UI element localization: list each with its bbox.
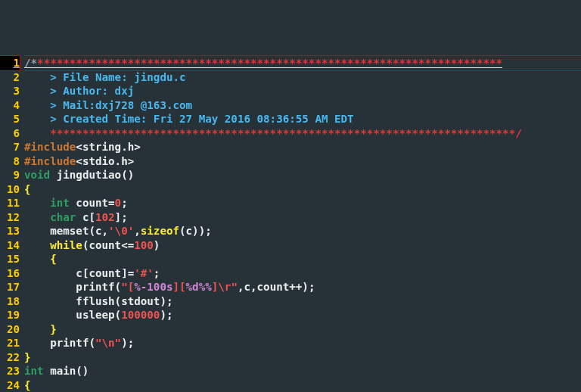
call-memset: memset(c, — [50, 225, 108, 237]
literal-102: 102 — [95, 211, 115, 223]
header-created-label: Created Time: — [63, 113, 154, 125]
line-number: 17 — [7, 281, 20, 293]
code-line[interactable]: printf("[%-100s][%d%%]\r",c,count++); — [24, 281, 315, 293]
keyword-char: char — [50, 211, 76, 223]
code-line[interactable]: memset(c,'\0',sizeof(c)); — [24, 225, 212, 237]
code-editor: 12 3 4 5 6 7 8 9 10 11 12 13 14 15 16 17… — [0, 56, 581, 392]
literal-100: 100 — [134, 239, 154, 251]
code-line[interactable]: while(count<=100) — [24, 239, 160, 251]
char-nul: '\0' — [108, 225, 134, 237]
line-number: 2 — [13, 71, 20, 83]
code-line[interactable]: > Mail:dxj728 @163.com — [24, 99, 192, 111]
literal-100000: 100000 — [121, 309, 160, 321]
code-line-current[interactable]: /***************************************… — [24, 55, 581, 71]
header-file-name: jingdu.c — [134, 71, 185, 83]
func-jingdutiao: jingdutiao() — [50, 169, 134, 181]
line-number: 21 — [7, 337, 20, 349]
line-number: 12 — [7, 211, 20, 223]
format-spec: %d%% — [186, 281, 212, 293]
code-line[interactable]: int count=0; — [24, 197, 128, 209]
header-stdio-h: stdio.h — [82, 155, 128, 167]
header-mail: dxj728 @163.com — [95, 99, 192, 111]
header-file-label: File Name: — [63, 71, 134, 83]
line-number: 4 — [13, 99, 20, 111]
escape-cr: \r — [218, 281, 231, 293]
code-line[interactable]: char c[102]; — [24, 211, 128, 223]
code-line[interactable]: ****************************************… — [24, 127, 522, 139]
code-line[interactable]: #include<stdio.h> — [24, 155, 134, 167]
header-author: dxj — [115, 85, 135, 97]
line-number: 5 — [13, 113, 20, 125]
code-line[interactable]: > Created Time: Fri 27 May 2016 08:36:55… — [24, 113, 354, 125]
code-line[interactable]: > File Name: jingdu.c — [24, 71, 186, 83]
brace-open: { — [24, 183, 31, 195]
code-line[interactable]: void jingdutiao() — [24, 169, 134, 181]
call-printf: printf( — [50, 337, 95, 349]
code-line[interactable]: { — [24, 253, 57, 265]
code-line[interactable]: { — [24, 183, 31, 195]
code-line[interactable]: int main() — [24, 365, 89, 377]
keyword-int: int — [24, 365, 44, 377]
escape-newline: \n — [102, 337, 115, 349]
code-line[interactable]: } — [24, 323, 57, 335]
line-number: 18 — [7, 295, 20, 307]
call-usleep: usleep( — [76, 309, 121, 321]
brace-close: } — [50, 323, 57, 335]
code-line[interactable]: #include<string.h> — [24, 141, 141, 153]
format-spec: %-100s — [134, 281, 172, 293]
keyword-int: int — [50, 197, 70, 209]
keyword-include: #include — [24, 141, 76, 153]
line-number: 7 — [13, 141, 20, 153]
line-number: 23 — [7, 365, 20, 377]
keyword-while: while — [50, 239, 82, 251]
line-number-gutter: 12 3 4 5 6 7 8 9 10 11 12 13 14 15 16 17… — [0, 56, 24, 392]
call-fflush: fflush(stdout); — [76, 295, 172, 307]
line-number: 11 — [7, 197, 20, 209]
line-number: 14 — [7, 239, 20, 251]
code-line[interactable]: { — [24, 379, 31, 391]
brace-open: { — [24, 379, 31, 391]
comment-stars: ****************************************… — [37, 57, 502, 69]
keyword-sizeof: sizeof — [141, 225, 179, 237]
line-number: 6 — [13, 127, 20, 139]
code-line[interactable]: fflush(stdout); — [24, 295, 172, 307]
code-line[interactable]: printf("\n"); — [24, 337, 134, 349]
line-number: 19 — [7, 309, 20, 321]
comment-stars: ****************************************… — [50, 127, 522, 139]
code-line[interactable]: } — [24, 351, 31, 363]
line-number: 22 — [7, 351, 20, 363]
keyword-include: #include — [24, 155, 76, 167]
code-area[interactable]: /***************************************… — [24, 56, 581, 392]
char-hash: '#' — [134, 267, 154, 279]
literal-zero: 0 — [115, 197, 122, 209]
call-printf: printf( — [76, 281, 121, 293]
brace-open: { — [50, 253, 57, 265]
line-number: 10 — [7, 183, 20, 195]
code-line[interactable]: usleep(100000); — [24, 309, 172, 321]
line-number: 24 — [7, 379, 20, 391]
line-number: 13 — [7, 225, 20, 237]
brace-close: } — [24, 351, 31, 363]
keyword-void: void — [24, 169, 50, 181]
func-main: main() — [44, 365, 89, 377]
line-number: 8 — [13, 155, 20, 167]
line-number: 9 — [13, 169, 20, 181]
header-mail-label: Mail: — [63, 99, 95, 111]
comment-marker: /* — [24, 57, 37, 69]
line-number: 15 — [7, 253, 20, 265]
line-number: 16 — [7, 267, 20, 279]
line-number: 3 — [13, 85, 20, 97]
header-created: Fri 27 May 2016 08:36:55 AM EDT — [154, 113, 354, 125]
header-author-label: Author: — [63, 85, 114, 97]
code-line[interactable]: > Author: dxj — [24, 85, 134, 97]
header-string-h: string.h — [82, 141, 134, 153]
code-line[interactable]: c[count]='#'; — [24, 267, 160, 279]
line-number: 20 — [7, 323, 20, 335]
line-number-current: 1 — [0, 56, 20, 70]
